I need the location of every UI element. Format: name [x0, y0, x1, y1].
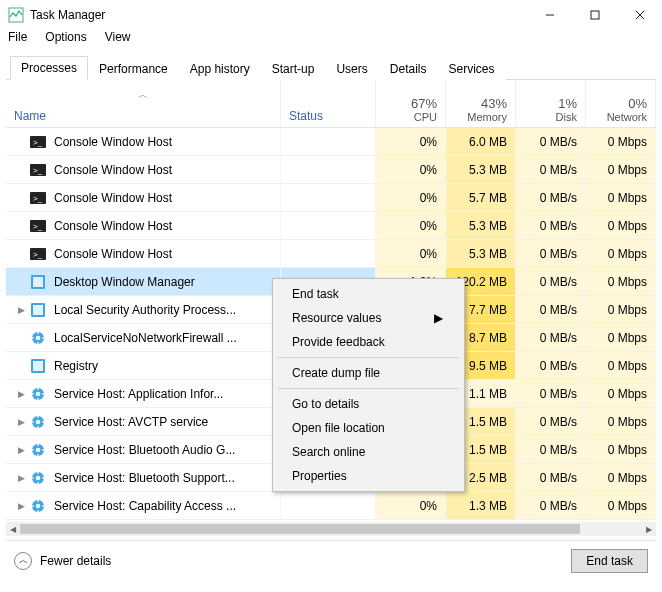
- minimize-button[interactable]: [527, 0, 572, 30]
- tab-users[interactable]: Users: [325, 57, 378, 80]
- cell-network: 0 Mbps: [586, 324, 656, 351]
- header-disk[interactable]: 1% Disk: [516, 80, 586, 127]
- table-row[interactable]: >_Console Window Host0%5.3 MB0 MB/s0 Mbp…: [6, 240, 656, 268]
- cell-memory: 5.3 MB: [446, 156, 516, 183]
- menu-options[interactable]: Options: [45, 30, 86, 50]
- expand-icon[interactable]: ▶: [14, 417, 28, 427]
- window-buttons: [527, 0, 662, 30]
- cell-name: LocalServiceNoNetworkFirewall ...: [6, 324, 281, 351]
- fewer-details-button[interactable]: ︿ Fewer details: [14, 552, 111, 570]
- process-icon: [30, 386, 46, 402]
- table-row[interactable]: >_Console Window Host0%5.3 MB0 MB/s0 Mbp…: [6, 212, 656, 240]
- process-icon: [30, 274, 46, 290]
- menu-view[interactable]: View: [105, 30, 131, 50]
- ctx-provide-feedback[interactable]: Provide feedback: [276, 330, 461, 354]
- tab-processes[interactable]: Processes: [10, 56, 88, 80]
- tab-details[interactable]: Details: [379, 57, 438, 80]
- header-cpu[interactable]: 67% CPU: [376, 80, 446, 127]
- process-name: LocalServiceNoNetworkFirewall ...: [54, 331, 237, 345]
- cell-memory: 5.3 MB: [446, 212, 516, 239]
- scroll-right-icon[interactable]: ▶: [642, 522, 656, 536]
- scroll-track[interactable]: [20, 522, 642, 536]
- process-icon: [30, 442, 46, 458]
- cell-network: 0 Mbps: [586, 184, 656, 211]
- window-title: Task Manager: [30, 8, 527, 22]
- cell-name: >_Console Window Host: [6, 240, 281, 267]
- ctx-open-location[interactable]: Open file location: [276, 416, 461, 440]
- process-name: Desktop Window Manager: [54, 275, 195, 289]
- cell-status: [281, 184, 376, 211]
- horizontal-scrollbar[interactable]: ◀ ▶: [6, 522, 656, 536]
- context-menu-separator: [278, 357, 459, 358]
- process-name: Console Window Host: [54, 163, 172, 177]
- process-icon: >_: [30, 134, 46, 150]
- process-icon: [30, 302, 46, 318]
- cell-disk: 0 MB/s: [516, 492, 586, 519]
- header-network[interactable]: 0% Network: [586, 80, 656, 127]
- end-task-button[interactable]: End task: [571, 549, 648, 573]
- cell-network: 0 Mbps: [586, 380, 656, 407]
- expand-icon[interactable]: ▶: [14, 501, 28, 511]
- expand-icon[interactable]: ▶: [14, 389, 28, 399]
- cell-cpu: 0%: [376, 212, 446, 239]
- cell-name: ▶Service Host: AVCTP service: [6, 408, 281, 435]
- cell-name: ▶Local Security Authority Process...: [6, 296, 281, 323]
- cell-network: 0 Mbps: [586, 352, 656, 379]
- tab-app-history[interactable]: App history: [179, 57, 261, 80]
- tab-performance[interactable]: Performance: [88, 57, 179, 80]
- svg-point-34: [36, 419, 41, 424]
- table-row[interactable]: >_Console Window Host0%6.0 MB0 MB/s0 Mbp…: [6, 128, 656, 156]
- task-manager-icon: [8, 7, 24, 23]
- scroll-thumb[interactable]: [20, 524, 580, 534]
- expand-icon[interactable]: ▶: [14, 305, 28, 315]
- svg-text:>_: >_: [33, 194, 43, 203]
- process-icon: [30, 498, 46, 514]
- ctx-search-online[interactable]: Search online: [276, 440, 461, 464]
- svg-point-40: [36, 447, 41, 452]
- ctx-properties[interactable]: Properties: [276, 464, 461, 488]
- chevron-up-icon: ︿: [14, 552, 32, 570]
- column-headers: ︿ Name Status 67% CPU 43% Memory 1% Disk…: [6, 80, 656, 128]
- scroll-left-icon[interactable]: ◀: [6, 522, 20, 536]
- cell-cpu: 0%: [376, 240, 446, 267]
- cell-cpu: 0%: [376, 184, 446, 211]
- process-icon: [30, 470, 46, 486]
- expand-icon[interactable]: ▶: [14, 445, 28, 455]
- cell-status: [281, 156, 376, 183]
- cell-name: >_Console Window Host: [6, 156, 281, 183]
- ctx-end-task[interactable]: End task: [276, 282, 461, 306]
- cell-network: 0 Mbps: [586, 408, 656, 435]
- process-name: Console Window Host: [54, 191, 172, 205]
- ctx-resource-values[interactable]: Resource values▶: [276, 306, 461, 330]
- cell-disk: 0 MB/s: [516, 268, 586, 295]
- process-icon: [30, 414, 46, 430]
- cell-status: [281, 128, 376, 155]
- close-button[interactable]: [617, 0, 662, 30]
- table-row[interactable]: >_Console Window Host0%5.7 MB0 MB/s0 Mbp…: [6, 184, 656, 212]
- maximize-button[interactable]: [572, 0, 617, 30]
- cell-disk: 0 MB/s: [516, 128, 586, 155]
- cell-network: 0 Mbps: [586, 296, 656, 323]
- ctx-create-dump[interactable]: Create dump file: [276, 361, 461, 385]
- ctx-go-details[interactable]: Go to details: [276, 392, 461, 416]
- menu-file[interactable]: File: [8, 30, 27, 50]
- cell-disk: 0 MB/s: [516, 324, 586, 351]
- table-row[interactable]: ▶Service Host: Capability Access ...0%1.…: [6, 492, 656, 520]
- cell-disk: 0 MB/s: [516, 240, 586, 267]
- header-name[interactable]: ︿ Name: [6, 80, 281, 127]
- cell-disk: 0 MB/s: [516, 184, 586, 211]
- header-status[interactable]: Status: [281, 80, 376, 127]
- cell-disk: 0 MB/s: [516, 436, 586, 463]
- tab-startup[interactable]: Start-up: [261, 57, 326, 80]
- header-memory[interactable]: 43% Memory: [446, 80, 516, 127]
- cell-name: ▶Service Host: Bluetooth Support...: [6, 464, 281, 491]
- svg-rect-18: [33, 305, 43, 315]
- table-row[interactable]: >_Console Window Host0%5.3 MB0 MB/s0 Mbp…: [6, 156, 656, 184]
- context-menu-separator: [278, 388, 459, 389]
- svg-point-52: [36, 503, 41, 508]
- cell-memory: 1.3 MB: [446, 492, 516, 519]
- cell-cpu: 0%: [376, 492, 446, 519]
- tab-services[interactable]: Services: [437, 57, 505, 80]
- expand-icon[interactable]: ▶: [14, 473, 28, 483]
- process-icon: >_: [30, 162, 46, 178]
